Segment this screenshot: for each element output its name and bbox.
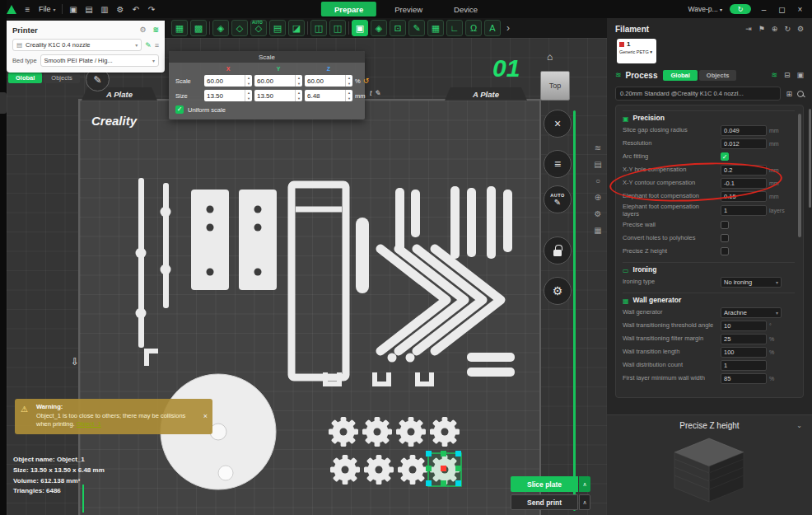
separator[interactable] [209,21,210,35]
support-tool-icon[interactable]: Ω [465,20,482,36]
slice-plate-button[interactable]: Slice plate [511,476,578,492]
text-tool-icon[interactable]: A [484,20,501,36]
close-selection-button[interactable]: × [544,110,572,138]
home-view-icon[interactable]: ⌂ [547,51,553,63]
calibrate-icon[interactable]: ⊕ [591,193,604,202]
tune-process-icon[interactable]: ≋ [771,71,777,79]
param-checkbox[interactable] [721,234,729,242]
arrange-tool-icon[interactable]: ▤ [269,20,286,36]
undo-icon[interactable]: ↶ [131,5,142,14]
object-list-button[interactable]: ≡ [544,150,572,178]
scale-z-input[interactable]: 60.00▲▼ [305,75,352,87]
hinge-rods[interactable] [136,178,171,348]
minimize-button[interactable]: – [758,5,769,14]
viewport-settings-icon[interactable]: ⚙ [591,209,604,218]
file-menu[interactable]: File▾ [39,5,56,13]
printer-more-icon[interactable]: ≡ [155,41,159,49]
send-print-button[interactable]: Send print [511,494,578,510]
settings-icon[interactable]: ⚙ [115,5,126,14]
param-value-input[interactable]: 0.15▾ [721,191,767,202]
split-objects-tool-icon[interactable]: ◫ [310,20,327,36]
param-checkbox[interactable] [721,221,729,229]
printer-select[interactable]: ▤ Creality K1C 0.4 nozzle ▾ [12,39,142,51]
left-edge-tab[interactable] [0,92,7,114]
build-plate-objects[interactable] [80,101,543,515]
import-icon[interactable]: ▥ [100,5,110,14]
param-value-input[interactable]: 0.2▾ [721,165,767,176]
mode-tab[interactable]: Prepare [321,2,376,16]
close-button[interactable]: × [795,5,805,14]
search-preset-icon[interactable] [797,91,804,97]
preview-card-caret-icon[interactable]: ⌄ [796,422,802,429]
build-plate[interactable]: A Plate t✎ A Plate Creality [78,99,541,515]
mode-tab[interactable]: Preview [381,2,436,16]
mode-tab[interactable]: Device [441,2,491,16]
filament-chip[interactable]: 1 Generic PETG ▾ [617,39,656,63]
open-folder-icon[interactable]: ▤ [84,5,95,14]
flag-icon[interactable]: ⚑ [758,25,765,33]
scale-tool-icon[interactable]: ▣ [352,20,368,36]
move-tool-icon[interactable]: ◈ [212,20,229,36]
selected-gear-handles[interactable] [426,451,461,486]
collapse-panel-icon[interactable]: ⇥ [745,25,752,33]
seam-tool-icon[interactable]: ◈ [371,20,387,36]
layer-slider[interactable] [573,110,576,511]
paint-tool-icon[interactable]: ✎ [408,20,425,36]
param-checkbox[interactable] [721,247,729,255]
auto-orient-tool-icon[interactable]: AUTO ◇ [250,20,267,36]
panel-scrollbar[interactable] [809,109,811,208]
bed-type-select[interactable]: Smooth PEI Plate / Hig... ▾ [40,54,159,67]
param-value-input[interactable]: -0.1▾ [721,178,767,189]
send-options-caret[interactable]: ∧ [579,494,590,510]
plate-tab-right[interactable]: A Plate [445,87,527,101]
rectangular-frame[interactable] [292,185,346,377]
save-preset-icon[interactable]: ▣ [796,71,804,79]
param-value-input[interactable]: 0.012▾ [721,138,767,149]
warning-close-icon[interactable]: × [203,411,208,422]
add-filament-icon[interactable]: ⊕ [772,25,778,33]
warning-link[interactable]: Object_1 [77,420,101,428]
slice-options-caret[interactable]: ∧ [579,476,590,492]
cloud-sync-pill[interactable]: ↻ [730,4,751,14]
param-value-input[interactable]: 25▾ [721,334,767,344]
scope-pill[interactable]: Objects [44,73,79,83]
small-parts[interactable] [388,353,516,377]
scale-y-input[interactable]: 60.00▲▼ [254,75,302,87]
uniform-scale-checkbox[interactable]: ✓ [175,105,184,114]
clone-tool-icon[interactable]: ⊡ [390,20,406,36]
size-z-input[interactable]: 6.48▲▼ [305,90,352,101]
param-value-input[interactable]: 100▾ [721,347,767,358]
plates-with-holes[interactable] [191,190,277,290]
eraser-tool-icon[interactable]: ◪ [288,20,305,36]
zigzag-strips[interactable] [380,249,501,351]
redo-icon[interactable]: ↷ [147,5,157,14]
separator[interactable] [348,21,349,35]
process-scope-pill[interactable]: Objects [699,70,737,81]
plate-grid-icon[interactable]: ▩ [190,20,207,36]
rotate-tool-icon[interactable]: ◇ [231,20,248,36]
apps-icon[interactable]: ▦ [591,226,604,235]
param-value-input[interactable]: 1▾ [721,360,767,371]
main-menu-icon[interactable]: ≡ [22,5,33,14]
size-x-input[interactable]: 13.50▲▼ [204,90,252,101]
texture-tool-icon[interactable]: ▦ [427,20,444,36]
save-icon[interactable]: ▣ [68,5,79,14]
slice-preview-icon[interactable]: ≋ [591,143,604,152]
filament-settings-icon[interactable]: ⚙ [797,25,804,33]
object-list-icon[interactable]: ▤ [591,160,604,169]
history-icon[interactable]: ○ [591,176,604,185]
view-cube[interactable]: Top [540,71,570,101]
param-value-input[interactable]: Arachne▾ [721,307,782,318]
param-value-input[interactable]: 85▾ [721,373,767,384]
param-checkbox[interactable] [721,152,729,161]
param-value-input[interactable]: No ironing▾ [721,277,782,288]
cylinder-rod[interactable] [356,218,369,293]
param-value-input[interactable]: 1▾ [721,205,767,216]
reset-scale-icon[interactable]: ↺ [363,77,370,85]
process-preset-select[interactable]: 0.20mm Standard @Creality K1C 0.4 nozzl.… [615,87,781,101]
scale-x-input[interactable]: 60.00▲▼ [204,75,252,87]
printer-settings-gear-icon[interactable]: ⚙ [139,26,146,34]
plate-view-icon[interactable]: ▦ [171,20,188,36]
delete-preset-icon[interactable]: ⊟ [784,71,791,79]
sync-filament-icon[interactable]: ↻ [784,25,791,33]
